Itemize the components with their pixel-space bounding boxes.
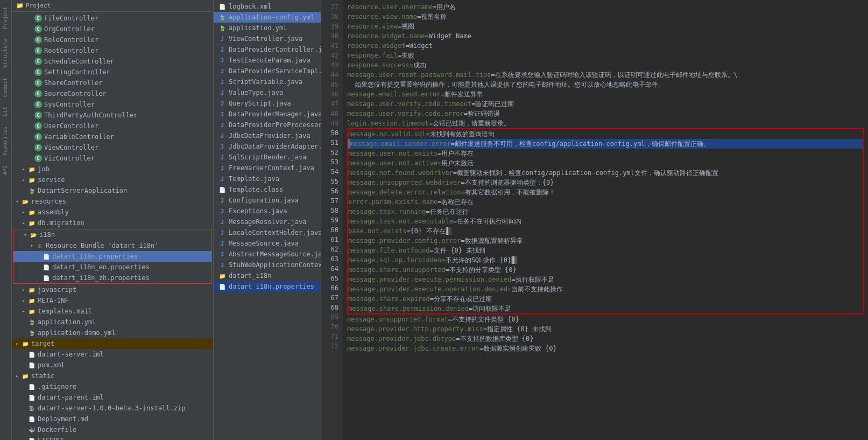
file-item-messagesource[interactable]: J MessageSource.java bbox=[214, 238, 321, 249]
tree-item-datart-i18n-zh[interactable]: 📄 datart_i18n_zh.properties bbox=[13, 273, 211, 283]
file-icon: 📄 bbox=[27, 436, 36, 440]
file-item-jdbcadapter[interactable]: J JdbcDataProviderAdapter.java bbox=[214, 141, 321, 152]
tree-item-filecontroller[interactable]: C FileController bbox=[12, 13, 213, 24]
tree-item-sourcecontroller[interactable]: C SourceController bbox=[12, 88, 213, 99]
file-item-configuration[interactable]: J Configuration.java bbox=[214, 195, 321, 206]
java-icon: J bbox=[218, 196, 227, 205]
file-item-logback[interactable]: 📄 logback.xml bbox=[214, 1, 321, 12]
code-line-64: message.share.unsupported=不支持的分享类型 {0} bbox=[348, 265, 863, 275]
tree-item-pom-xml[interactable]: 📄 pom.xml bbox=[12, 360, 213, 371]
file-item-queryscript[interactable]: J QueryScript.java bbox=[214, 98, 321, 109]
red-highlight-box: message.no.valid.sql=未找到有效的查询语句 message.… bbox=[347, 128, 864, 315]
folder-icon: 📁 bbox=[27, 219, 36, 227]
file-item-scriptvariable[interactable]: J ScriptVariable.java bbox=[214, 76, 321, 87]
class-icon: C bbox=[34, 111, 43, 120]
code-line-37: resource.user.username=用户名 bbox=[347, 2, 864, 12]
tree-item-settingcontroller[interactable]: C SettingController bbox=[12, 67, 213, 78]
file-item-exceptions[interactable]: J Exceptions.java bbox=[214, 206, 321, 216]
side-tab-commit[interactable]: Commit bbox=[1, 73, 11, 101]
file-item-dataprovider-ctrl[interactable]: J DataProviderController.java bbox=[214, 44, 321, 55]
tree-item-license[interactable]: 📄 LICENSE bbox=[12, 435, 213, 440]
class-icon: C bbox=[34, 68, 43, 76]
file-item-template-java[interactable]: J Template.java bbox=[214, 173, 321, 184]
tree-label: datart-server-1.0.0-beta.3-install.zip bbox=[38, 404, 186, 412]
tree-item-datart-i18n-en[interactable]: 📄 datart_i18n_en.properties bbox=[13, 262, 211, 273]
file-item-preprocessor[interactable]: J DataProviderPreProcessor.java bbox=[214, 120, 321, 130]
code-line-51: message.email.sender.error=邮件发送服务不可用，检查c… bbox=[348, 139, 863, 149]
tree-item-javascript[interactable]: 📁 javascript bbox=[12, 284, 213, 295]
tree-item-deployment[interactable]: 📄 Deployment.md bbox=[12, 414, 213, 424]
tree-item-sharecontroller[interactable]: C ShareController bbox=[12, 78, 213, 88]
tree-item-datart-i18n[interactable]: 📄 datart_i18n.properties bbox=[13, 251, 211, 262]
file-item-stubweb[interactable]: J StubWebApplicationContext.java bbox=[214, 260, 321, 270]
side-tab-git[interactable]: Git bbox=[1, 102, 11, 121]
tree-label: META-INF bbox=[38, 297, 69, 304]
file-item-datart-i18n-folder[interactable]: 📁 datart_i18n bbox=[214, 270, 321, 281]
file-item-freemarker[interactable]: J FreemarkerContext.java bbox=[214, 163, 321, 173]
tree-item-thirdparty[interactable]: C ThirdPartyAuthController bbox=[12, 110, 213, 121]
tree-item-gitignore[interactable]: 📄 .gitignore bbox=[12, 381, 213, 392]
class-icon: C bbox=[34, 100, 43, 109]
tree-item-datartserver[interactable]: 🍃 DatartServerApplication bbox=[12, 185, 213, 196]
file-item-jdbcdataprovider[interactable]: J JdbcDataProvider.java bbox=[214, 130, 321, 141]
expand-arrow-resources bbox=[14, 198, 20, 205]
code-line-61: message.provider.config.error=数据源配置解析异常 bbox=[348, 236, 863, 246]
tree-item-schedulecontroller[interactable]: C ScheduleController bbox=[12, 56, 213, 67]
code-line-58: message.task.running=任务已在运行 bbox=[348, 207, 863, 216]
tree-item-service[interactable]: 📁 service bbox=[12, 174, 213, 185]
tree-item-job[interactable]: 📁 job bbox=[12, 164, 213, 174]
tree-item-rootcontroller[interactable]: C RootController bbox=[12, 45, 213, 56]
tree-item-viewcontroller[interactable]: C ViewController bbox=[12, 142, 213, 153]
java-icon: J bbox=[218, 228, 227, 237]
tree-item-templates-mail[interactable]: 📁 templates.mail bbox=[12, 306, 213, 317]
tree-label: i18n bbox=[39, 231, 55, 239]
file-item-dataproviderserviceimpl[interactable]: J DataProviderServiceImpl.java bbox=[214, 66, 321, 76]
file-item-app-config[interactable]: 🍃 application-config.yml bbox=[214, 12, 321, 23]
folder-icon: 📁 bbox=[27, 307, 36, 316]
file-label: SqlScriptRender.java bbox=[229, 153, 307, 161]
tree-item-zip[interactable]: 🗜 datart-server-1.0.0-beta.3-install.zip bbox=[12, 403, 213, 414]
file-item-localecontext[interactable]: J LocaleContextHolder.java bbox=[214, 227, 321, 238]
file-item-abstractmessage[interactable]: J AbstractMessageSource.java bbox=[214, 249, 321, 260]
code-line-42: response.fail=失败 bbox=[347, 51, 864, 60]
file-item-valuetype[interactable]: J ValueType.java bbox=[214, 87, 321, 98]
tree-item-variablecontroller[interactable]: C VariableController bbox=[12, 131, 213, 142]
tree-item-usercontroller[interactable]: C UserController bbox=[12, 121, 213, 131]
file-item-providermanager[interactable]: J DataProviderManager.java bbox=[214, 109, 321, 120]
java-icon: J bbox=[218, 250, 227, 259]
file-item-testexecute[interactable]: J TestExecuteParam.java bbox=[214, 55, 321, 66]
tree-item-resources[interactable]: 📂 resources bbox=[12, 196, 213, 207]
xml-icon: 📄 bbox=[218, 2, 227, 11]
tree-item-syscontroller[interactable]: C SysController bbox=[12, 99, 213, 110]
file-item-sqlscriptrender[interactable]: J SqlScriptRender.java bbox=[214, 152, 321, 163]
tree-item-vizcontroller[interactable]: C VizController bbox=[12, 153, 213, 164]
tree-item-server-iml[interactable]: 📄 datart-server.iml bbox=[12, 349, 213, 360]
tree-item-rolecontroller[interactable]: C RoleController bbox=[12, 34, 213, 45]
tree-item-dbmigration[interactable]: 📁 db.migration bbox=[12, 218, 213, 228]
tree-item-target[interactable]: 📁 target bbox=[12, 338, 213, 349]
code-line-43: response.success=成功 bbox=[347, 60, 864, 70]
tree-item-orgcontroller[interactable]: C OrgController bbox=[12, 24, 213, 34]
file-item-viewcontroller[interactable]: J ViewController.java bbox=[214, 33, 321, 44]
side-tab-favorites[interactable]: Favorites bbox=[1, 122, 11, 160]
file-item-template-class[interactable]: 📄 Template.class bbox=[214, 184, 321, 195]
tree-item-meta-inf[interactable]: 📁 META-INF bbox=[12, 295, 213, 306]
file-item-messageresolver[interactable]: J MessageResolver.java bbox=[214, 216, 321, 227]
ln-48: 48 bbox=[321, 109, 343, 118]
side-tab-project[interactable]: Project bbox=[1, 2, 11, 33]
side-tab-structure[interactable]: Structure bbox=[1, 34, 11, 72]
side-tab-api[interactable]: API bbox=[1, 161, 11, 179]
tree-item-parent-iml[interactable]: 📄 datart-parent.iml bbox=[12, 392, 213, 403]
tree-item-app-yml[interactable]: 🍃 application.yml bbox=[12, 317, 213, 327]
tree-item-static[interactable]: 📁 static bbox=[12, 371, 213, 381]
tree-label: assembly bbox=[38, 208, 69, 216]
tree-item-app-demo-yml[interactable]: 🍃 application-demo.yml bbox=[12, 327, 213, 338]
code-lines[interactable]: resource.user.username=用户名 resource.view… bbox=[343, 0, 868, 440]
ln-58: 58 bbox=[321, 206, 343, 215]
file-item-app-yml[interactable]: 🍃 application.yml bbox=[214, 23, 321, 33]
tree-item-resource-bundle[interactable]: ⊞ Resource Bundle 'datart_i18n' bbox=[13, 240, 211, 251]
tree-item-assembly[interactable]: 📁 assembly bbox=[12, 207, 213, 218]
file-item-datart-i18n-props[interactable]: 📄 datart_i18n.properties bbox=[214, 281, 321, 292]
tree-item-dockerfile[interactable]: 🐳 Dockerfile bbox=[12, 424, 213, 435]
tree-item-i18n[interactable]: 📂 i18n bbox=[13, 229, 211, 240]
